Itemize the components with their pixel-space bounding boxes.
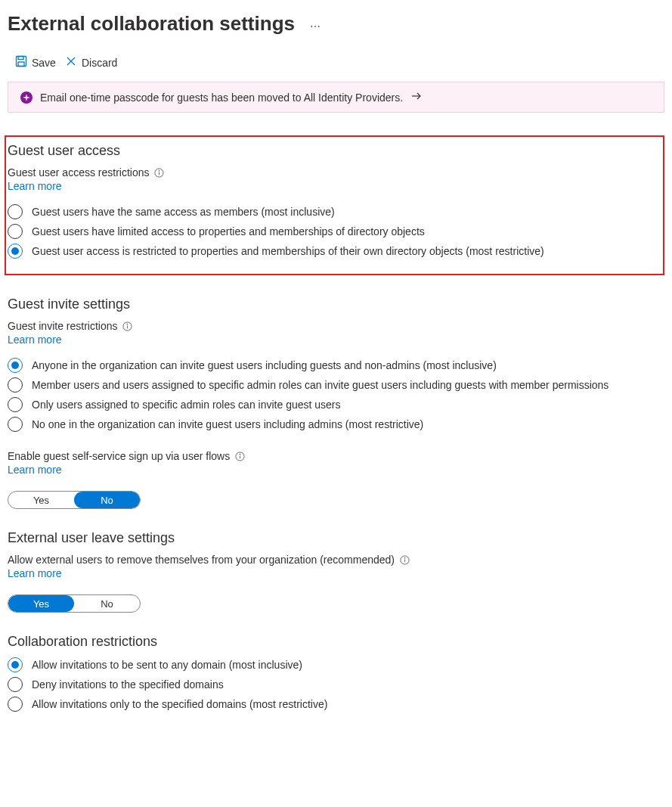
guest-invite-heading: Guest invite settings xyxy=(8,296,664,312)
radio-label: Deny invitations to the specified domain… xyxy=(32,678,224,691)
radio-label: Member users and users assigned to speci… xyxy=(32,379,609,391)
page-title: External collaboration settings xyxy=(8,12,295,36)
info-icon[interactable] xyxy=(122,321,133,331)
toggle-yes: Yes xyxy=(8,492,74,508)
collab-restrict-section: Collaboration restrictions Allow invitat… xyxy=(8,634,664,712)
external-leave-toggle[interactable]: Yes No xyxy=(8,594,141,613)
guest-access-option-2[interactable]: Guest user access is restricted to prope… xyxy=(8,244,655,259)
save-icon xyxy=(15,55,27,70)
info-icon[interactable] xyxy=(154,167,165,178)
discard-label: Discard xyxy=(82,57,117,69)
learn-more-link[interactable]: Learn more xyxy=(8,567,62,579)
guest-access-heading: Guest user access xyxy=(8,143,655,159)
collab-option-2[interactable]: Allow invitations only to the specified … xyxy=(8,697,664,712)
svg-marker-5 xyxy=(23,94,30,101)
guest-invite-section: Guest invite settings Guest invite restr… xyxy=(8,296,664,509)
radio-label: Guest users have the same access as memb… xyxy=(32,206,335,218)
guest-invite-option-1[interactable]: Member users and users assigned to speci… xyxy=(8,377,664,393)
close-icon xyxy=(65,55,77,70)
radio-label: Allow invitations to be sent to any doma… xyxy=(32,659,302,671)
save-button[interactable]: Save xyxy=(15,55,56,70)
info-icon[interactable] xyxy=(399,554,410,565)
svg-point-9 xyxy=(159,170,159,171)
radio-icon xyxy=(8,377,23,393)
external-leave-heading: External user leave settings xyxy=(8,530,664,546)
toggle-yes: Yes xyxy=(8,595,74,612)
toggle-no: No xyxy=(74,595,140,612)
self-service-toggle[interactable]: Yes No xyxy=(8,491,141,509)
guest-access-option-1[interactable]: Guest users have limited access to prope… xyxy=(8,224,655,239)
collab-option-0[interactable]: Allow invitations to be sent to any doma… xyxy=(8,657,664,672)
radio-label: Only users assigned to specific admin ro… xyxy=(32,399,341,411)
info-icon[interactable] xyxy=(234,451,245,461)
svg-point-18 xyxy=(404,557,405,558)
radio-label: Guest users have limited access to prope… xyxy=(32,225,425,237)
compass-icon xyxy=(20,92,33,104)
guest-invite-option-3[interactable]: No one in the organization can invite gu… xyxy=(8,417,664,432)
radio-label: Guest user access is restricted to prope… xyxy=(32,245,544,257)
radio-icon xyxy=(8,244,23,259)
radio-icon xyxy=(8,657,23,672)
discard-button[interactable]: Discard xyxy=(65,55,117,70)
self-service-label: Enable guest self-service sign up via us… xyxy=(8,450,230,462)
radio-icon xyxy=(8,397,23,412)
learn-more-link[interactable]: Learn more xyxy=(8,464,62,476)
guest-access-option-0[interactable]: Guest users have the same access as memb… xyxy=(8,204,655,219)
collab-option-1[interactable]: Deny invitations to the specified domain… xyxy=(8,677,664,692)
external-leave-section: External user leave settings Allow exter… xyxy=(8,530,664,613)
radio-icon xyxy=(8,677,23,692)
svg-point-12 xyxy=(127,324,128,324)
banner-text: Email one-time passcode for guests has b… xyxy=(40,92,403,104)
info-banner[interactable]: Email one-time passcode for guests has b… xyxy=(8,82,664,113)
collab-restrict-heading: Collaboration restrictions xyxy=(8,634,664,650)
radio-icon xyxy=(8,224,23,239)
learn-more-link[interactable]: Learn more xyxy=(8,180,62,192)
svg-rect-2 xyxy=(18,62,24,67)
radio-icon xyxy=(8,204,23,219)
svg-rect-1 xyxy=(18,57,23,60)
guest-invite-option-2[interactable]: Only users assigned to specific admin ro… xyxy=(8,397,664,412)
toggle-no: No xyxy=(74,492,140,508)
guest-invite-option-0[interactable]: Anyone in the organization can invite gu… xyxy=(8,358,664,373)
more-actions-button[interactable]: ⋯ xyxy=(310,17,322,33)
svg-point-15 xyxy=(240,454,240,455)
radio-icon xyxy=(8,417,23,432)
radio-icon xyxy=(8,697,23,712)
radio-icon xyxy=(8,358,23,373)
arrow-right-icon xyxy=(410,90,423,104)
radio-label: Anyone in the organization can invite gu… xyxy=(32,359,497,371)
guest-access-label: Guest user access restrictions xyxy=(8,166,150,178)
guest-access-highlight: Guest user access Guest user access rest… xyxy=(5,135,664,275)
learn-more-link[interactable]: Learn more xyxy=(8,334,62,346)
radio-label: No one in the organization can invite gu… xyxy=(32,418,423,430)
guest-invite-label: Guest invite restrictions xyxy=(8,320,118,332)
external-leave-label: Allow external users to remove themselve… xyxy=(8,554,395,566)
toolbar: Save Discard xyxy=(8,54,664,77)
save-label: Save xyxy=(32,57,56,69)
radio-label: Allow invitations only to the specified … xyxy=(32,698,327,710)
